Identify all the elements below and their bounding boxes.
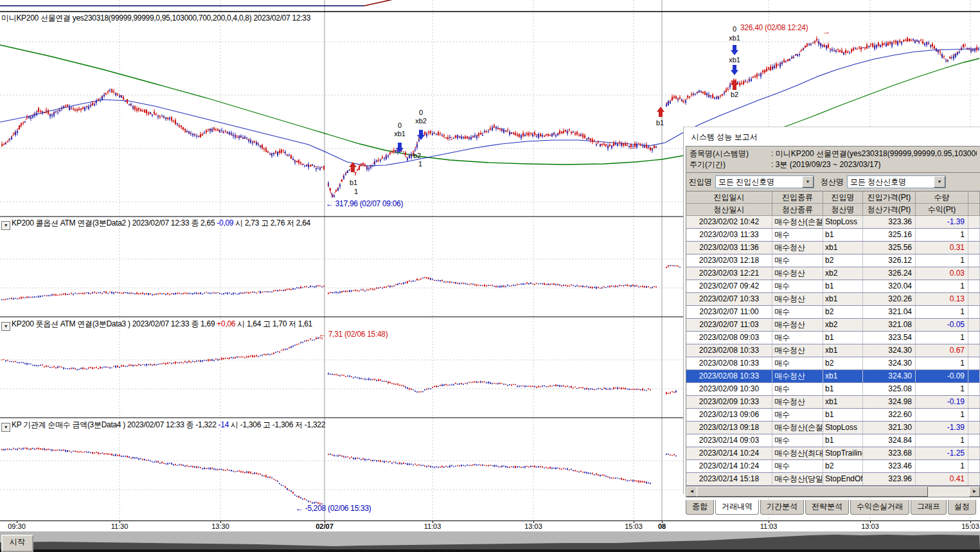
tab-설정[interactable]: 설정 <box>948 500 976 515</box>
trade-table-body: 2023/02/02 10:42매수청산(손절StopLoss323.36-1.… <box>686 216 980 486</box>
table-row[interactable]: 2023/02/07 11:03매수청산xb2321.08-0.05 <box>686 319 980 332</box>
table-cell: 1 <box>916 280 968 292</box>
signal-label: 1 <box>354 188 358 195</box>
tab-기간분석[interactable]: 기간분석 <box>760 500 804 515</box>
table-row[interactable]: 2023/02/14 15:18매수청산(당일StopEndOfDa323.96… <box>686 473 980 486</box>
table-cell: 2023/02/09 10:30 <box>686 383 772 395</box>
column-header[interactable]: 진입가격(Pt) <box>863 191 916 204</box>
table-cell <box>968 319 980 331</box>
put-change-value: +0,06 <box>217 319 235 328</box>
axis-label: 11:03 <box>424 522 441 530</box>
table-row[interactable]: 2023/02/03 12:21매수청산xb2326.240.03 <box>686 267 980 280</box>
put-ohl-text: 시 1,64 고 1,70 저 1,61 <box>235 319 312 328</box>
table-row[interactable]: 2023/02/09 10:33매수청산xb1324.98-0.19 <box>686 396 980 409</box>
tab-전략분석[interactable]: 전략분석 <box>805 500 849 515</box>
table-cell: 매수청산 <box>772 293 823 305</box>
start-button[interactable]: 시작 <box>1 535 33 552</box>
signal-label: 1 <box>418 161 422 168</box>
table-cell <box>968 460 980 472</box>
axis-label: 15:03 <box>961 522 979 530</box>
time-axis[interactable]: 09:3011:3013:3002/0711:0313:0315:030811:… <box>0 521 980 531</box>
table-row[interactable]: 2023/02/08 10:33매수청산xb1324.300.67 <box>686 344 980 357</box>
table-row[interactable]: 2023/02/02 10:42매수청산(손절StopLoss323.36-1.… <box>686 216 980 229</box>
futures-chart-pane[interactable] <box>0 22 683 217</box>
signal-label: b1 <box>656 120 664 127</box>
column-header[interactable] <box>968 191 980 204</box>
column-header[interactable]: 청산일시 <box>686 204 772 216</box>
collapse-pane-icon[interactable]: ▼ <box>1 221 10 230</box>
table-row[interactable]: 2023/02/14 10:24매수b2323.461 <box>686 460 980 473</box>
column-header[interactable]: 진입명 <box>823 191 863 204</box>
tab-그래프[interactable]: 그래프 <box>911 500 947 515</box>
table-cell: 324.98 <box>863 396 916 408</box>
chevron-down-icon[interactable]: ▼ <box>934 176 945 188</box>
table-cell: 1 <box>916 460 968 472</box>
collapse-pane-icon[interactable]: ▼ <box>1 423 10 432</box>
signal-label: b1 <box>350 179 357 186</box>
table-row[interactable]: 2023/02/13 09:06매수b1322.601 <box>686 409 980 422</box>
column-header[interactable]: 진입일시 <box>686 191 772 204</box>
column-header[interactable]: 진입종류 <box>772 191 823 204</box>
table-row[interactable]: 2023/02/08 09:03매수b1323.541 <box>686 332 980 344</box>
trade-table-header: 진입일시진입종류진입명진입가격(Pt)수량청산일시청산종류청산명청산가격(Pt)… <box>686 191 980 216</box>
signal-label: b2 <box>731 91 738 98</box>
column-header[interactable]: 청산종류 <box>772 204 823 216</box>
table-cell: 매수 <box>772 460 823 472</box>
table-cell: b1 <box>823 383 863 395</box>
tab-거래내역[interactable]: 거래내역 <box>715 500 759 515</box>
table-row[interactable]: 2023/02/03 11:36매수청산xb1325.560.31 <box>686 242 980 254</box>
axis-label: 13:03 <box>861 522 879 530</box>
table-cell: 1 <box>916 229 968 241</box>
tab-수익손실거래[interactable]: 수익손실거래 <box>850 500 909 515</box>
table-cell <box>968 396 980 408</box>
call-option-chart-pane[interactable] <box>0 230 683 317</box>
scroll-right-icon[interactable]: ► <box>969 486 980 497</box>
scrollbar-thumb[interactable] <box>697 486 928 497</box>
table-row[interactable]: 2023/02/03 12:18매수b2326.121 <box>686 254 980 267</box>
buy-signal-arrow-icon <box>349 162 357 172</box>
system-performance-report-panel: 시스템 성능 보고서 종목명(시스템명) : 미니KP200 선물연결(yes2… <box>683 127 980 494</box>
table-cell: 324.30 <box>863 370 916 382</box>
table-cell: 매수 <box>772 306 823 318</box>
entry-signal-select[interactable]: 모든 진입신호명 ▼ <box>715 175 814 188</box>
table-row[interactable]: 2023/02/07 09:42매수b1320.041 <box>686 280 980 293</box>
column-header[interactable] <box>968 204 980 216</box>
column-header[interactable]: 수량 <box>916 191 968 204</box>
exit-signal-label: 청산명 <box>821 177 844 188</box>
table-row[interactable]: 2023/02/07 11:00매수b2321.041 <box>686 306 980 319</box>
table-cell: 325.08 <box>863 383 916 395</box>
table-cell: xb1 <box>823 396 863 408</box>
table-row[interactable]: 2023/02/14 09:03매수b1324.841 <box>686 434 980 447</box>
price-annotation: ← 317,96 (02/07 09:06) <box>326 199 403 208</box>
tab-종합[interactable]: 종합 <box>686 500 714 515</box>
table-cell: -1.25 <box>916 447 968 459</box>
exit-signal-select[interactable]: 모든 청산신호명 ▼ <box>847 175 946 188</box>
table-row[interactable]: 2023/02/07 10:33매수청산xb1320.260.13 <box>686 293 980 306</box>
table-cell: 매수 <box>772 409 823 421</box>
collapse-pane-icon[interactable]: ▼ <box>1 322 10 331</box>
table-row-selected[interactable]: 2023/02/08 10:33매수청산xb1324.30-0.09 <box>686 370 980 383</box>
column-header[interactable]: 청산명 <box>823 204 863 216</box>
table-horizontal-scrollbar[interactable]: ◄ ► <box>686 486 980 497</box>
table-row[interactable]: 2023/02/03 11:33매수b1325.161 <box>686 229 980 242</box>
sell-signal-arrow-icon <box>417 130 425 140</box>
symbol-label: 종목명(시스템명) <box>690 148 771 159</box>
table-row[interactable]: 2023/02/08 10:33매수b2324.301 <box>686 357 980 370</box>
table-row[interactable]: 2023/02/09 10:30매수b1325.081 <box>686 383 980 396</box>
report-title: 시스템 성능 보고서 <box>684 127 980 146</box>
column-header[interactable]: 청산가격(Pt) <box>863 204 916 216</box>
put-chart-title-text: KP200 풋옵션 ATM 연결(3분Data3 ) 2023/02/07 12… <box>12 319 217 328</box>
table-row[interactable]: 2023/02/14 10:24매수청산(최대StopTrailing323.6… <box>686 447 980 460</box>
table-row[interactable]: 2023/02/13 09:18매수청산(손절StopLoss321.30-1.… <box>686 422 980 434</box>
put-option-chart-pane[interactable] <box>0 331 683 418</box>
scroll-left-icon[interactable]: ◄ <box>686 486 697 497</box>
table-cell: xb2 <box>823 319 863 331</box>
table-cell: 2023/02/08 09:03 <box>686 332 772 344</box>
column-header[interactable]: 수익(Pt) <box>916 204 968 216</box>
table-cell: b2 <box>823 357 863 369</box>
signal-label: 0 <box>398 122 402 129</box>
signal-label: xb1 <box>394 130 405 138</box>
chevron-down-icon[interactable]: ▼ <box>802 176 814 188</box>
period-label: 주기(기간) <box>690 159 771 170</box>
table-cell: 매수 <box>772 280 823 292</box>
